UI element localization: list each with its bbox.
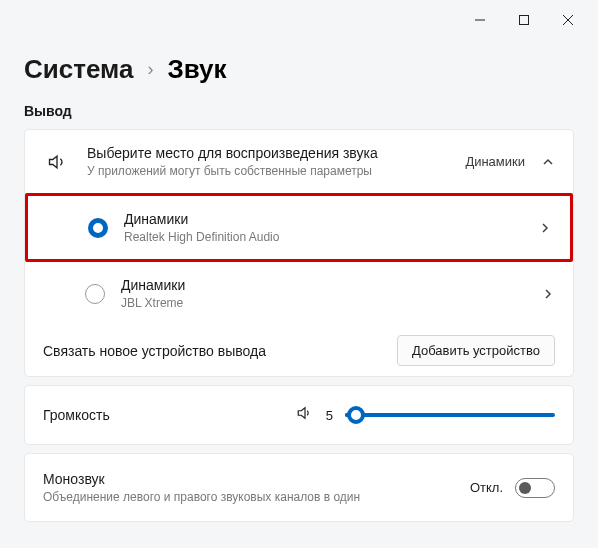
toggle-thumb — [519, 482, 531, 494]
close-icon — [563, 15, 573, 25]
device-name: Динамики — [121, 276, 541, 295]
device-row-realtek[interactable]: Динамики Realtek High Definition Audio — [25, 193, 573, 262]
speaker-icon — [43, 152, 71, 172]
output-current-value: Динамики — [465, 154, 525, 169]
chevron-right-icon[interactable] — [538, 221, 552, 235]
volume-value: 5 — [326, 408, 333, 423]
mono-title: Монозвук — [43, 470, 458, 489]
chevron-right-icon: › — [147, 59, 153, 80]
page-title: Звук — [167, 54, 226, 85]
minimize-icon — [475, 15, 485, 25]
volume-card: Громкость 5 — [24, 385, 574, 445]
pair-device-row: Связать новое устройство вывода Добавить… — [25, 325, 573, 376]
volume-low-icon[interactable] — [296, 404, 314, 426]
breadcrumb-parent[interactable]: Система — [24, 54, 133, 85]
radio-unselected[interactable] — [85, 284, 105, 304]
output-card: Выберите место для воспроизведения звука… — [24, 129, 574, 377]
window-titlebar — [0, 0, 598, 40]
breadcrumb: Система › Звук — [0, 40, 598, 103]
slider-thumb[interactable] — [347, 406, 365, 424]
maximize-button[interactable] — [502, 4, 546, 36]
output-subtitle: У приложений могут быть собственные пара… — [87, 163, 465, 179]
output-selector-row[interactable]: Выберите место для воспроизведения звука… — [25, 130, 573, 193]
device-row-jbl[interactable]: Динамики JBL Xtreme — [25, 262, 573, 325]
minimize-button[interactable] — [458, 4, 502, 36]
radio-selected[interactable] — [88, 218, 108, 238]
device-detail: JBL Xtreme — [121, 295, 541, 311]
chevron-up-icon — [541, 155, 555, 169]
chevron-right-icon[interactable] — [541, 287, 555, 301]
close-button[interactable] — [546, 4, 590, 36]
device-name: Динамики — [124, 210, 538, 229]
output-title: Выберите место для воспроизведения звука — [87, 144, 465, 163]
output-section-label: Вывод — [0, 103, 598, 129]
volume-slider[interactable] — [345, 413, 555, 417]
mono-state-label: Откл. — [470, 480, 503, 495]
svg-rect-1 — [520, 16, 529, 25]
device-detail: Realtek High Definition Audio — [124, 229, 538, 245]
pair-text: Связать новое устройство вывода — [43, 343, 266, 359]
volume-label: Громкость — [43, 407, 110, 423]
mono-subtitle: Объединение левого и правого звуковых ка… — [43, 489, 458, 505]
maximize-icon — [519, 15, 529, 25]
mono-card: Монозвук Объединение левого и правого зв… — [24, 453, 574, 522]
mono-toggle[interactable] — [515, 478, 555, 498]
add-device-button[interactable]: Добавить устройство — [397, 335, 555, 366]
